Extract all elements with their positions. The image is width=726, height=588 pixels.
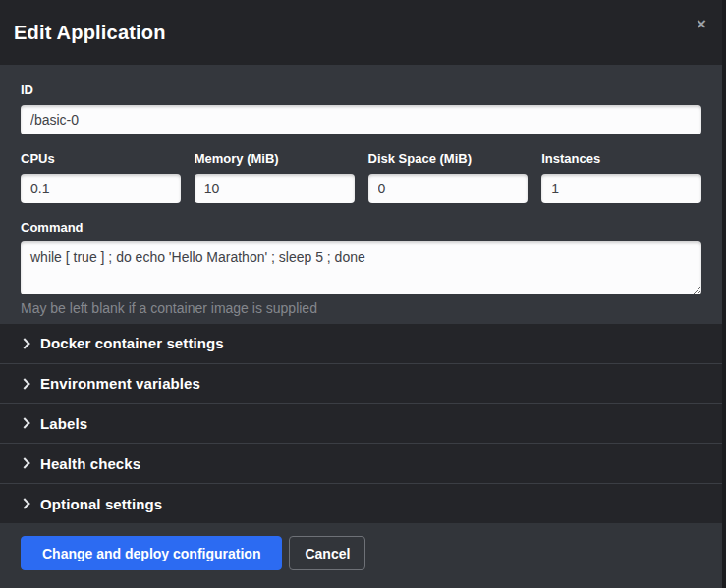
section-label: Health checks: [40, 455, 140, 472]
modal-title: Edit Application: [14, 22, 166, 44]
section-environment-variables[interactable]: Environment variables: [0, 363, 722, 403]
chevron-right-icon: [19, 418, 29, 429]
memory-field: Memory (MiB): [195, 151, 355, 203]
instances-input[interactable]: [541, 174, 701, 203]
section-health-checks[interactable]: Health checks: [0, 443, 722, 483]
cpus-label: CPUs: [21, 151, 181, 167]
id-label: ID: [21, 82, 701, 98]
id-input[interactable]: [21, 105, 701, 134]
chevron-right-icon: [19, 498, 29, 508]
edit-application-modal: Edit Application × ID CPUs Memory (MiB) …: [0, 0, 722, 588]
chevron-right-icon: [19, 458, 29, 469]
section-label: Optional settings: [40, 496, 162, 512]
disk-field: Disk Space (MiB): [368, 151, 529, 203]
section-docker-container-settings[interactable]: Docker container settings: [0, 324, 722, 363]
resources-row: CPUs Memory (MiB) Disk Space (MiB) Insta…: [21, 151, 701, 203]
cancel-button[interactable]: Cancel: [289, 536, 365, 570]
command-label: Command: [21, 220, 701, 236]
disk-input[interactable]: [368, 174, 529, 203]
section-optional-settings[interactable]: Optional settings: [0, 483, 722, 523]
chevron-right-icon: [19, 338, 29, 348]
disk-label: Disk Space (MiB): [368, 151, 529, 167]
close-icon: ×: [697, 15, 706, 33]
cpus-field: CPUs: [21, 151, 181, 203]
memory-label: Memory (MiB): [195, 151, 355, 167]
section-label: Labels: [40, 415, 87, 432]
cpus-input[interactable]: [21, 174, 181, 203]
section-list: Docker container settings Environment va…: [0, 324, 722, 523]
section-label: Environment variables: [40, 375, 200, 392]
change-and-deploy-button[interactable]: Change and deploy configuration: [21, 536, 282, 570]
command-textarea[interactable]: while [ true ] ; do echo 'Hello Marathon…: [21, 241, 701, 294]
chevron-right-icon: [19, 378, 29, 389]
section-label: Docker container settings: [40, 335, 224, 351]
modal-footer: Change and deploy configuration Cancel: [0, 523, 722, 588]
section-labels[interactable]: Labels: [0, 403, 722, 444]
instances-label: Instances: [541, 151, 701, 167]
command-helper-text: May be left blank if a container image i…: [21, 300, 701, 316]
form-area: ID CPUs Memory (MiB) Disk Space (MiB) In…: [0, 65, 722, 324]
memory-input[interactable]: [195, 174, 355, 203]
modal-header: Edit Application ×: [0, 0, 722, 65]
instances-field: Instances: [541, 151, 701, 203]
close-button[interactable]: ×: [689, 12, 714, 37]
